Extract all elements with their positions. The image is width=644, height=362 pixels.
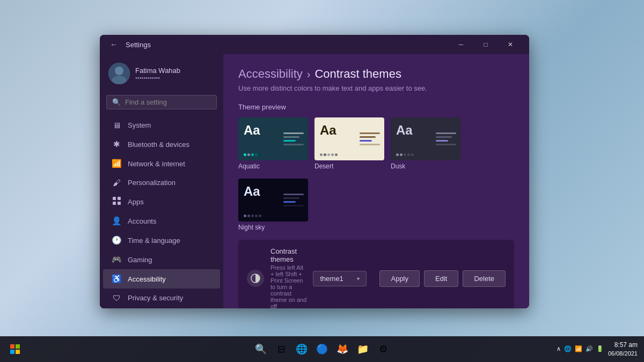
sidebar-item-label-personalization: Personalization [128,179,175,187]
accounts-icon: 👤 [112,216,121,226]
personalization-icon: 🖌 [112,178,121,187]
theme-line-dusk-3 [436,140,448,142]
taskbar-firefox[interactable]: 🦊 [334,341,351,358]
theme-card-dusk[interactable]: Aa [391,117,460,160]
user-name: Fatima Wahab [135,67,180,75]
sidebar-item-label-gaming: Gaming [128,256,152,264]
user-profile[interactable]: Fatima Wahab •••••••••••• [100,58,223,93]
theme-cards-container: Aa [238,117,514,170]
tray-wifi[interactable]: 📶 [575,345,582,352]
taskbar-files[interactable]: 📁 [354,341,371,358]
theme-dot-desert-3 [327,153,330,156]
theme-line-dusk-2 [436,136,452,138]
svg-rect-3 [113,197,116,200]
taskbar-edge[interactable]: 🌐 [293,341,310,358]
page-title: Accessibility › Contrast themes [238,67,514,81]
search-input[interactable] [125,98,211,106]
maximize-button[interactable]: □ [473,35,498,54]
theme-name-aquatic: Aquatic [238,162,260,170]
delete-button[interactable]: Delete [463,270,506,287]
search-box[interactable]: 🔍 [106,95,217,109]
svg-rect-4 [118,197,121,200]
taskbar-task-view[interactable]: ⊟ [273,341,290,358]
close-button[interactable]: ✕ [498,35,523,54]
contrast-themes-dropdown[interactable]: theme1 ▾ [313,271,367,286]
sidebar-item-privacy[interactable]: 🛡 Privacy & security [103,289,220,307]
action-buttons: Apply Edit Delete [379,270,506,287]
theme-line-aquatic-1 [283,132,304,134]
theme-dot-aquatic-2 [247,153,250,156]
theme-line-aquatic-2 [283,136,299,138]
theme-dots-desert [320,153,338,156]
theme-card-wrapper-dusk: Aa [391,117,460,170]
svg-rect-6 [118,202,121,205]
contrast-themes-setting-text: Contrast themes Press left Alt + left Sh… [270,247,306,308]
sidebar-item-time[interactable]: 🕐 Time & language [103,231,220,250]
sidebar-item-system[interactable]: 🖥 System [103,116,220,135]
taskbar-right: ∧ 🌐 📶 🔊 🔋 8:57 am 06/08/2021 [557,341,638,357]
apps-icon [112,197,121,206]
taskbar-settings[interactable]: ⚙ [375,341,392,358]
theme-line-aquatic-3 [283,140,296,142]
tray-battery[interactable]: 🔋 [596,345,604,352]
tray-network[interactable]: 🌐 [564,345,572,352]
sidebar-item-gaming[interactable]: 🎮 Gaming [103,250,220,269]
theme-card-desert[interactable]: Aa [314,117,384,160]
system-tray: ∧ 🌐 📶 🔊 🔋 [557,345,604,352]
sidebar: Fatima Wahab •••••••••••• 🔍 🖥 System ✱ B… [100,54,223,308]
theme-line-desert-3 [360,140,372,142]
theme-line-desert-1 [360,132,380,134]
sidebar-item-label-privacy: Privacy & security [128,294,183,302]
tray-arrow[interactable]: ∧ [557,345,561,352]
content-area: Fatima Wahab •••••••••••• 🔍 🖥 System ✱ B… [100,54,529,308]
theme-dots-nightsky [244,215,261,217]
theme-name-desert: Desert [314,162,333,170]
window-controls: ─ □ ✕ [449,35,523,54]
user-email: •••••••••••• [135,75,180,81]
tray-speaker[interactable]: 🔊 [586,345,593,352]
theme-dot-dusk-5 [411,153,414,156]
edit-button[interactable]: Edit [424,270,458,287]
search-icon: 🔍 [112,98,121,106]
theme-line-desert-2 [360,136,376,138]
theme-name-nightsky: Night sky [238,224,265,231]
taskbar: 🔍 ⊟ 🌐 🔵 🦊 📁 ⚙ ∧ 🌐 📶 🔊 🔋 8:57 am 06/08/20… [0,336,644,362]
theme-dot-aquatic-5 [259,153,261,156]
sidebar-item-update[interactable]: 🔄 Windows Update [103,307,220,308]
taskbar-teams[interactable]: 🔵 [313,341,331,358]
sidebar-item-label-accessibility: Accessibility [128,275,166,283]
contrast-themes-setting-row: Contrast themes Press left Alt + left Sh… [238,240,514,308]
theme-line-nightsky-3 [283,201,296,203]
sidebar-item-label-time: Time & language [128,237,180,245]
back-button[interactable]: ← [106,37,121,52]
privacy-icon: 🛡 [112,293,121,302]
theme-line-aquatic-4 [283,144,304,145]
taskbar-search[interactable]: 🔍 [252,341,269,358]
theme-line-desert-4 [360,144,380,145]
theme-card-wrapper-nightsky: Aa [238,179,308,231]
sidebar-item-network[interactable]: 📶 Network & internet [103,154,220,173]
desktop: ← Settings ─ □ ✕ [0,0,644,362]
theme-dot-desert-1 [320,153,323,156]
breadcrumb-separator: › [307,68,311,80]
sidebar-item-personalization[interactable]: 🖌 Personalization [103,173,220,192]
sidebar-item-bluetooth[interactable]: ✱ Bluetooth & devices [103,135,220,154]
clock[interactable]: 8:57 am 06/08/2021 [608,341,638,357]
sidebar-item-accounts[interactable]: 👤 Accounts [103,211,220,231]
start-button[interactable] [6,341,24,358]
accessibility-icon: ♿ [112,274,121,284]
sidebar-item-accessibility[interactable]: ♿ Accessibility [103,269,220,289]
taskbar-center: 🔍 ⊟ 🌐 🔵 🦊 📁 ⚙ [252,341,392,358]
theme-dot-aquatic-4 [255,153,258,156]
theme-card-aquatic[interactable]: Aa [238,117,308,160]
sidebar-item-apps[interactable]: Apps [103,192,220,211]
sidebar-item-label-apps: Apps [128,198,144,206]
minimize-button[interactable]: ─ [449,35,473,54]
theme-dots-aquatic [244,153,261,156]
theme-card-nightsky[interactable]: Aa [238,179,308,221]
contrast-themes-title: Contrast themes [270,247,306,263]
window-title: Settings [126,41,151,49]
apply-button[interactable]: Apply [379,270,420,287]
theme-dot-nightsky-5 [259,215,261,217]
page-description: Use more distinct colors to make text an… [238,84,514,92]
